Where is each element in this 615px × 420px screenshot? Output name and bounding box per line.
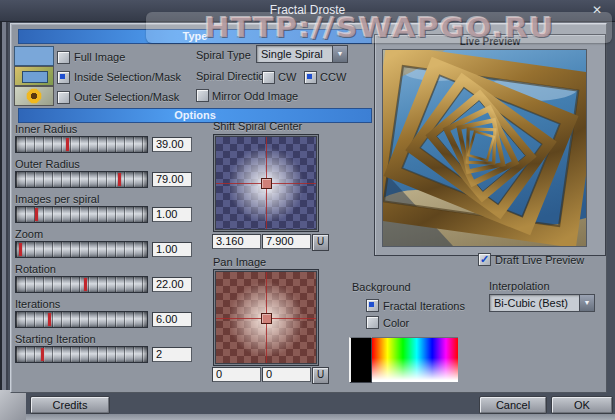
inside-selection-label: Inside Selection/Mask: [74, 71, 181, 83]
background-label: Background: [352, 281, 411, 293]
rotation-slider[interactable]: [15, 276, 148, 293]
close-icon[interactable]: ✕: [589, 2, 605, 18]
sunflower-glyph: [26, 88, 42, 104]
zoom-label: Zoom: [15, 228, 43, 240]
slider-marker[interactable]: [19, 243, 22, 256]
ccw-radio[interactable]: [304, 71, 317, 84]
pan-image-pad[interactable]: [213, 269, 319, 366]
mirror-odd-image-checkbox[interactable]: [196, 89, 209, 102]
live-preview-caption: Live Preview: [375, 36, 605, 47]
spiral-center-reset-button[interactable]: U: [312, 234, 329, 251]
outer-selection-label: Outer Selection/Mask: [74, 91, 179, 103]
full-image-label: Full Image: [74, 51, 125, 63]
credits-button[interactable]: Credits: [30, 396, 110, 414]
outer-radius-value[interactable]: [152, 172, 192, 187]
starting-iteration-slider[interactable]: [15, 346, 148, 363]
inside-selection-icon: [14, 66, 54, 86]
starting-iteration-label: Starting Iteration: [15, 333, 96, 345]
outer-radius-label: Outer Radius: [15, 158, 80, 170]
full-image-icon: [14, 46, 54, 66]
draft-live-preview-label: Draft Live Preview: [495, 254, 584, 266]
cw-radio[interactable]: [262, 71, 275, 84]
fractal-preview-image[interactable]: [382, 49, 587, 247]
zoom-value[interactable]: [152, 242, 192, 257]
type-section-header: Type: [18, 29, 372, 44]
slider-marker[interactable]: [66, 138, 69, 151]
ok-button[interactable]: OK: [551, 396, 613, 414]
color-gradient-picker[interactable]: [372, 337, 458, 382]
outer-selection-radio[interactable]: [57, 91, 70, 104]
spiral-type-value: Single Spiral: [257, 47, 332, 62]
interpolation-value: Bi-Cubic (Best): [490, 296, 579, 311]
inner-radius-label: Inner Radius: [15, 123, 77, 135]
spiral-center-handle[interactable]: [261, 178, 272, 189]
outer-radius-slider[interactable]: [15, 171, 148, 188]
iterations-slider[interactable]: [15, 311, 148, 328]
live-preview-panel: Live Preview: [374, 34, 606, 256]
inside-selection-radio[interactable]: [57, 71, 70, 84]
iterations-value[interactable]: [152, 312, 192, 327]
rotation-value[interactable]: [152, 277, 192, 292]
inner-radius-slider[interactable]: [15, 136, 148, 153]
color-label: Color: [383, 317, 409, 329]
slider-marker[interactable]: [84, 278, 87, 291]
spiral-direction-label: Spiral Direction: [196, 70, 271, 82]
starting-iteration-value[interactable]: [152, 347, 192, 362]
images-per-spiral-slider[interactable]: [15, 206, 148, 223]
shift-spiral-center-pad[interactable]: [213, 134, 319, 232]
window-title: Fractal Droste: [0, 3, 615, 17]
chevron-down-icon[interactable]: ▼: [579, 295, 594, 311]
background-window-bottom: [0, 414, 615, 420]
spiral-center-x-value[interactable]: [212, 234, 261, 249]
images-per-spiral-value[interactable]: [152, 207, 192, 222]
cancel-button[interactable]: Cancel: [479, 396, 547, 414]
spiral-center-y-value[interactable]: [262, 234, 311, 249]
ccw-label: CCW: [320, 71, 346, 83]
fractal-iterations-label: Fractal Iterations: [383, 300, 465, 312]
title-bar: Fractal Droste ✕: [0, 0, 615, 22]
pan-reset-button[interactable]: U: [312, 367, 329, 384]
pan-image-label: Pan Image: [213, 256, 266, 268]
options-section-header: Options: [18, 108, 372, 123]
spiral-type-label: Spiral Type: [196, 49, 251, 61]
background-window-corner: [0, 390, 26, 420]
color-radio[interactable]: [366, 316, 379, 329]
chevron-down-icon[interactable]: ▼: [332, 46, 347, 62]
selection-rect-icon: [22, 71, 48, 83]
spiral-type-dropdown[interactable]: Single Spiral ▼: [256, 45, 348, 63]
black-color-swatch[interactable]: [349, 337, 371, 382]
pan-y-value[interactable]: [262, 367, 311, 382]
pan-x-value[interactable]: [212, 367, 261, 382]
slider-marker[interactable]: [41, 348, 44, 361]
zoom-slider[interactable]: [15, 241, 148, 258]
outer-selection-sunflower-icon: [14, 86, 54, 106]
interpolation-dropdown[interactable]: Bi-Cubic (Best) ▼: [489, 294, 595, 312]
draft-live-preview-checkbox[interactable]: [478, 253, 491, 266]
mirror-odd-image-label: Mirror Odd Image: [212, 90, 298, 102]
slider-marker[interactable]: [35, 208, 38, 221]
cw-label: CW: [278, 71, 296, 83]
slider-marker[interactable]: [118, 173, 121, 186]
pan-image-handle[interactable]: [261, 313, 272, 324]
shift-spiral-center-label: Shift Spiral Center: [213, 120, 302, 132]
full-image-radio[interactable]: [57, 51, 70, 64]
fractal-iterations-radio[interactable]: [366, 299, 379, 312]
images-per-spiral-label: Images per spiral: [15, 193, 99, 205]
iterations-label: Iterations: [15, 298, 60, 310]
interpolation-label: Interpolation: [489, 280, 550, 292]
rotation-label: Rotation: [15, 263, 56, 275]
fractal-droste-dialog: Type Full Image Inside Selection/Mask Ou…: [0, 0, 615, 420]
inner-radius-value[interactable]: [152, 137, 192, 152]
slider-marker[interactable]: [48, 313, 51, 326]
background-window-edge: [0, 21, 8, 420]
